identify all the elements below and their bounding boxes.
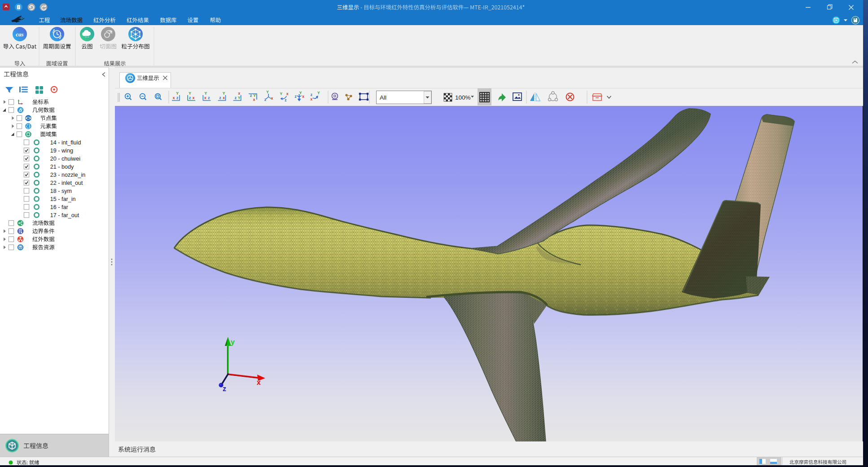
svg-text:z: z <box>311 92 312 97</box>
svg-text:z: z <box>264 97 266 102</box>
svg-text:17 - far_out: 17 - far_out <box>50 212 79 218</box>
svg-text:x: x <box>302 94 304 99</box>
svg-text:x: x <box>204 96 206 100</box>
svg-text:Y: Y <box>189 91 191 96</box>
svg-text:Y: Y <box>223 91 225 96</box>
svg-text:19 - wing: 19 - wing <box>50 148 73 154</box>
svg-text:Y: Y <box>266 90 269 94</box>
svg-text:x: x <box>253 97 255 102</box>
svg-text:21 - body: 21 - body <box>50 164 74 170</box>
svg-text:Y: Y <box>317 91 320 95</box>
svg-text:15 - far_in: 15 - far_in <box>50 196 76 202</box>
svg-text:z: z <box>223 385 226 393</box>
svg-text:x: x <box>286 92 289 96</box>
svg-text:z: z <box>189 96 191 100</box>
svg-text:14 - int_fluid: 14 - int_fluid <box>50 140 81 146</box>
svg-text:z: z <box>285 98 286 102</box>
svg-text:Y: Y <box>238 96 241 100</box>
svg-text:100%: 100% <box>455 94 471 101</box>
svg-text:x: x <box>193 96 195 100</box>
svg-text:Y: Y <box>280 92 283 96</box>
svg-text:x: x <box>223 96 225 100</box>
svg-text:Y: Y <box>299 91 302 95</box>
svg-text:23 - nozzle_in: 23 - nozzle_in <box>50 172 85 178</box>
svg-text:z: z <box>208 96 210 100</box>
svg-text:z: z <box>235 96 237 100</box>
svg-text:All: All <box>380 94 386 101</box>
svg-text:x: x <box>310 97 312 101</box>
svg-text:20 - chuiwei: 20 - chuiwei <box>50 156 80 162</box>
svg-text:Y: Y <box>176 91 179 96</box>
svg-text:x: x <box>257 379 261 386</box>
svg-text:18 - sym: 18 - sym <box>50 188 72 194</box>
svg-text:x: x <box>238 91 240 96</box>
svg-text:16 - far: 16 - far <box>50 204 68 210</box>
svg-text:y: y <box>231 338 235 346</box>
svg-text:x: x <box>271 96 273 100</box>
svg-text:z: z <box>294 94 296 99</box>
svg-text:z: z <box>176 96 178 100</box>
svg-text:22 - inlet_out: 22 - inlet_out <box>50 180 83 186</box>
svg-text:z: z <box>219 96 221 100</box>
svg-text:x: x <box>173 96 175 100</box>
svg-text:cas: cas <box>16 31 23 38</box>
svg-text:Y: Y <box>205 91 207 96</box>
